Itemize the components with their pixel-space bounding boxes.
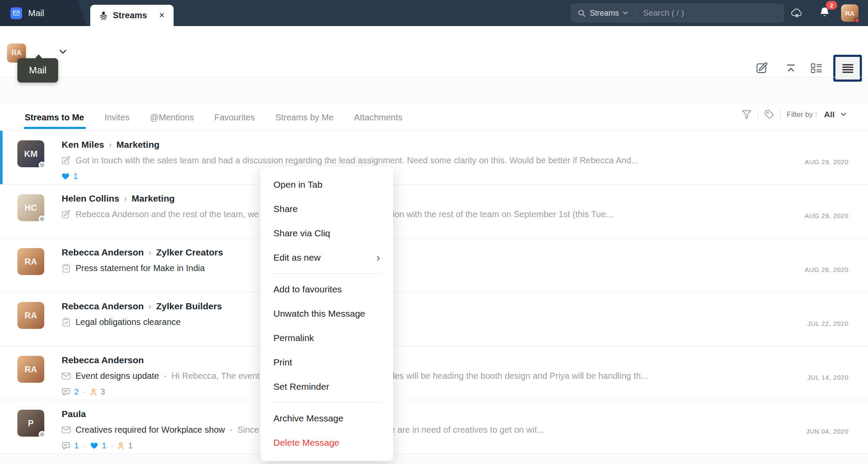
menu-item-add-to-favourites[interactable]: Add to favourites [260, 277, 393, 302]
avatar[interactable]: P [17, 410, 44, 437]
people-icon[interactable] [90, 388, 97, 396]
note-icon [62, 210, 71, 219]
filter-by-label: Filter by : [787, 110, 817, 119]
sender-name[interactable]: Rebecca Anderson [62, 301, 144, 312]
streams-app-tab[interactable]: Streams ✕ [90, 5, 174, 26]
sender-name[interactable]: Helen Collins [62, 193, 119, 204]
avatar[interactable]: KM [17, 140, 44, 167]
search-scope-selector[interactable]: Streams [590, 9, 619, 18]
streams-app: Mail Streams ✕ Streams 2 [0, 0, 868, 464]
compact-view-button[interactable] [811, 63, 822, 74]
compose-button[interactable] [756, 62, 769, 74]
chevron-down-icon[interactable] [59, 50, 66, 54]
comment-count: 2 [74, 387, 79, 397]
breadcrumb-separator: › [124, 194, 127, 203]
filter-by-value[interactable]: All [824, 110, 835, 119]
avatar[interactable]: RA [17, 248, 44, 275]
search-divider [635, 8, 636, 18]
avatar-initials: RA [25, 365, 37, 375]
like-icon[interactable] [62, 173, 69, 180]
subject-separator: - [230, 425, 233, 435]
menu-item-set-reminder[interactable]: Set Reminder [260, 375, 393, 399]
search-input[interactable] [643, 8, 777, 18]
avatar-initials: HC [25, 203, 37, 213]
people-icon[interactable] [118, 442, 124, 450]
breadcrumb-separator: › [109, 140, 112, 149]
streams-header: RA Mail [0, 26, 868, 77]
menu-item-unwatch-message[interactable]: Unwatch this Message [260, 302, 393, 326]
comment-icon[interactable] [62, 388, 70, 396]
menu-item-share[interactable]: Share [260, 197, 393, 221]
menu-item-share-via-cliq[interactable]: Share via Cliq [260, 221, 393, 245]
count-separator: · [111, 441, 113, 451]
user-avatar-initials: RA [845, 10, 855, 17]
message-preview: Hi Rebecca, The event designs have been … [171, 371, 648, 381]
menu-item-print[interactable]: Print [260, 350, 393, 375]
stream-group-initials: RA [11, 49, 21, 57]
menu-item-edit-as-new[interactable]: Edit as new › [260, 245, 393, 270]
menu-item-open-in-tab[interactable]: Open in Tab [260, 172, 393, 197]
stream-row-helen-collins[interactable]: HC Helen Collins › Marketing Rebecca And… [0, 185, 868, 239]
user-avatar[interactable]: RA [841, 4, 858, 22]
like-icon[interactable] [90, 442, 98, 449]
streams-icon [99, 11, 108, 20]
stream-group-name[interactable]: Zylker Builders [156, 301, 222, 312]
tab-invites[interactable]: Invites [105, 113, 130, 123]
filter-divider [758, 110, 758, 119]
subject-separator: - [164, 371, 167, 381]
breadcrumb-separator: › [148, 302, 151, 311]
mail-row-icon [62, 425, 71, 434]
streams-tab-label: Streams [113, 10, 147, 20]
user-status-dot [854, 17, 860, 23]
comment-icon[interactable] [62, 441, 70, 450]
sender-name[interactable]: Ken Miles [62, 139, 104, 150]
menu-item-archive-message[interactable]: Archive Message [260, 406, 393, 431]
avatar-initials: P [28, 418, 33, 428]
avatar[interactable]: HC [17, 194, 44, 221]
chevron-down-icon[interactable] [841, 113, 846, 116]
stream-row-rebecca-builders[interactable]: RA Rebecca Anderson › Zylker Builders Le… [0, 292, 868, 346]
menu-divider [273, 402, 381, 403]
avatar-initials: RA [25, 311, 37, 321]
close-icon[interactable]: ✕ [159, 11, 165, 20]
tab-mentions[interactable]: @Mentions [150, 113, 194, 123]
menu-item-delete-message[interactable]: Delete Message [260, 431, 393, 455]
status-dot [39, 162, 46, 169]
sender-name[interactable]: Rebecca Anderson [62, 247, 144, 258]
tab-attachments[interactable]: Attachments [354, 113, 402, 123]
menu-item-permalink[interactable]: Permalink [260, 326, 393, 350]
tag-icon[interactable] [764, 109, 774, 119]
status-dot [39, 431, 46, 438]
tab-favourites[interactable]: Favourites [214, 113, 255, 123]
menu-divider [273, 273, 381, 274]
sender-name[interactable]: Paula [62, 409, 86, 419]
avatar[interactable]: RA [17, 356, 44, 383]
stream-date: JUN 04, 2020 [806, 428, 848, 435]
message-preview: Got in touch with the sales team and had… [76, 156, 638, 166]
chevron-down-icon [623, 11, 628, 15]
collapse-all-button[interactable] [786, 63, 796, 74]
sender-name[interactable]: Rebecca Anderson [62, 355, 144, 365]
people-count: 3 [101, 387, 105, 397]
stream-row-rebecca-creators[interactable]: RA Rebecca Anderson › Zylker Creators Pr… [0, 239, 868, 292]
stream-row-ken-miles[interactable]: KM Ken Miles › Marketing Got in touch wi… [0, 131, 868, 185]
header-divider [0, 77, 868, 77]
like-count: 1 [73, 172, 78, 181]
stream-row-paula[interactable]: P Paula Creatives required for Workplace… [0, 400, 868, 454]
filter-funnel-icon[interactable] [742, 109, 752, 119]
global-search-bar[interactable]: Streams [571, 3, 784, 23]
offline-cloud-icon[interactable] [791, 7, 803, 19]
mail-app-tab[interactable]: Mail [0, 0, 87, 26]
stream-group-name[interactable]: Zylker Creators [156, 247, 223, 258]
list-view-button-active[interactable] [833, 55, 862, 82]
stream-row-event-designs[interactable]: RA Rebecca Anderson Event designs update… [0, 346, 868, 400]
stream-group-name[interactable]: Marketing [132, 193, 174, 204]
stream-group-name[interactable]: Marketing [116, 139, 159, 150]
mail-tooltip-label: Mail [29, 65, 46, 76]
avatar[interactable]: RA [17, 302, 44, 329]
message-subject: Press statement for Make in India [76, 263, 205, 273]
stream-filter-tabs: Streams to Me Invites @Mentions Favourit… [0, 104, 868, 130]
tab-streams-to-me[interactable]: Streams to Me [25, 113, 84, 123]
tab-streams-by-me[interactable]: Streams by Me [275, 113, 333, 123]
mail-icon [10, 7, 22, 19]
